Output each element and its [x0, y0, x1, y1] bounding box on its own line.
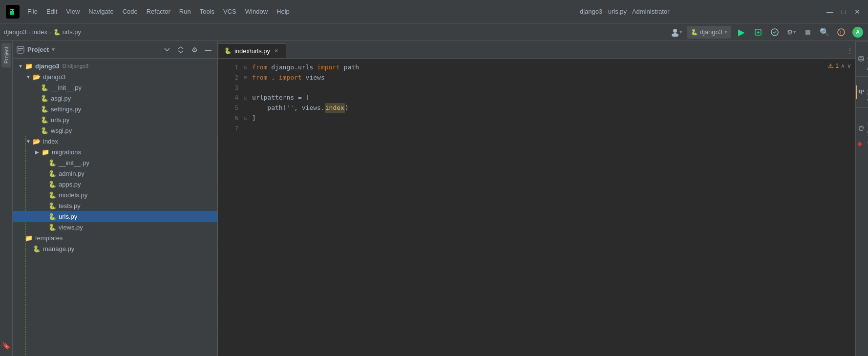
warning-indicator[interactable]: ⚠ 1 ∧ ∨	[828, 63, 851, 69]
tab-label: index\urls.py	[234, 47, 270, 55]
tree-label: migrations	[52, 148, 81, 156]
menu-window[interactable]: Window	[241, 6, 272, 17]
sidebar-bookmark[interactable]: 🔖	[0, 339, 13, 352]
tree-item-wsgi[interactable]: 🐍 wsgi.py	[13, 125, 217, 136]
fold-icon[interactable]: ⊟	[244, 63, 250, 71]
menu-tools[interactable]: Tools	[196, 6, 218, 17]
py-file-icon: 🐍	[40, 83, 49, 92]
run-button[interactable]: ▶	[735, 26, 748, 39]
menu-vcs[interactable]: VCS	[219, 6, 240, 17]
search-button[interactable]: 🔍	[818, 26, 831, 39]
line-num-7: 7	[220, 124, 238, 134]
code-area[interactable]: ⊟ from django.urls import path ⊟ from . …	[242, 59, 855, 356]
py-file-icon: 🐍	[40, 105, 49, 113]
debug-button[interactable]	[752, 26, 764, 39]
settings-button[interactable]: ⚙	[189, 44, 200, 55]
tree-item-urls-outer[interactable]: 🐍 urls.py	[13, 114, 217, 125]
code-line-3: ⊟	[244, 83, 853, 93]
menu-edit[interactable]: Edit	[42, 6, 61, 17]
tree-label: __init__.py	[51, 84, 82, 91]
tree-item-tests[interactable]: 🐍 tests.py	[13, 200, 217, 211]
warning-count: 1	[835, 63, 839, 69]
expand-arrow[interactable]: ▶	[33, 148, 41, 156]
tree-item-templates[interactable]: 📁 templates	[13, 232, 217, 243]
warning-down-arrow[interactable]: ∨	[847, 63, 851, 69]
tree-label: asgi.py	[51, 95, 71, 102]
avatar-button[interactable]: A	[851, 26, 864, 39]
tree-item-init-index[interactable]: 🐍 __init__.py	[13, 157, 217, 168]
editor-content: 1 2 3 4 5 6 7 ⊟ from django.urls import …	[218, 59, 855, 356]
window-title: django3 - urls.py - Administrator	[424, 8, 826, 15]
menu-file[interactable]: File	[23, 6, 42, 17]
project-tab[interactable]: Project	[1, 43, 11, 67]
menu-help[interactable]: Help	[273, 6, 294, 17]
notifications-tab[interactable]: Notifications	[856, 107, 868, 149]
expand-arrow[interactable]: ▼	[24, 73, 32, 81]
tree-item-admin[interactable]: 🐍 admin.py	[13, 168, 217, 179]
file-tree: ▼ 📁 django3 D:\django3 ▼ 📂 django3 🐍 __i…	[13, 59, 217, 356]
toolbar-right: ▾ 🐍 django3 ▾ ▶ ⚙ ▾ 🔍 ↑	[670, 26, 864, 39]
folder-icon: 📁	[24, 233, 33, 242]
code-line-6: ⊟ ]	[244, 113, 853, 124]
tab-menu-button[interactable]: ⋮	[845, 43, 855, 58]
expand-arrow[interactable]: ▼	[17, 62, 24, 70]
menu-view[interactable]: View	[62, 6, 84, 17]
run-options-button[interactable]: ⚙ ▾	[785, 26, 798, 39]
line-num-3: 3	[220, 83, 238, 93]
tree-item-manage[interactable]: 🐍 manage.py	[13, 243, 217, 254]
fold-icon[interactable]: ⊟	[244, 74, 250, 82]
editor-tab-urls[interactable]: 🐍 index\urls.py ✕	[218, 43, 286, 58]
close-button[interactable]: ✕	[852, 7, 862, 17]
database-tab[interactable]: Database	[856, 41, 868, 76]
svg-rect-11	[18, 50, 21, 51]
expand-arrow[interactable]: ▼	[24, 137, 32, 145]
breadcrumb-django3[interactable]: django3	[4, 28, 26, 36]
breadcrumb-file: 🐍 urls.py	[53, 28, 81, 36]
tree-item-django3-inner[interactable]: ▼ 📂 django3	[13, 71, 217, 82]
warning-up-arrow[interactable]: ∧	[841, 63, 845, 69]
tree-label: templates	[35, 234, 63, 242]
tree-item-index[interactable]: ▼ 📂 index	[13, 136, 217, 147]
fold-icon[interactable]: ⊟	[244, 94, 250, 102]
tree-item-django3-root[interactable]: ▼ 📁 django3 D:\django3	[13, 61, 217, 71]
stop-button[interactable]	[802, 26, 814, 39]
breadcrumb-index[interactable]: index	[32, 28, 47, 36]
hide-panel-button[interactable]: —	[203, 44, 213, 55]
run-config-name: django3	[700, 28, 722, 36]
svg-rect-14	[861, 90, 862, 94]
menu-code[interactable]: Code	[119, 6, 142, 17]
tree-item-views[interactable]: 🐍 views.py	[13, 222, 217, 232]
menu-navigate[interactable]: Navigate	[85, 6, 117, 17]
expand-all-button[interactable]	[175, 44, 186, 55]
fold-icon[interactable]: ⊟	[244, 114, 250, 122]
sciview-tab[interactable]: SciView	[856, 76, 868, 107]
run-config[interactable]: 🐍 django3 ▾	[687, 26, 731, 39]
tree-label: settings.py	[51, 105, 81, 113]
tree-item-init-outer[interactable]: 🐍 __init__.py	[13, 82, 217, 93]
tree-item-migrations[interactable]: ▶ 📁 migrations	[13, 147, 217, 157]
tree-item-urls-inner[interactable]: 🐍 urls.py	[13, 211, 217, 222]
svg-rect-13	[863, 90, 864, 92]
tree-item-settings[interactable]: 🐍 settings.py	[13, 104, 217, 114]
tree-item-models[interactable]: 🐍 models.py	[13, 189, 217, 200]
user-button[interactable]: ▾	[670, 26, 683, 39]
svg-point-2	[673, 29, 677, 33]
breadcrumb-sep-1: ›	[28, 29, 30, 35]
maximize-button[interactable]: □	[839, 7, 848, 17]
py-file-icon: 🐍	[48, 223, 57, 231]
breadcrumb-sep-2: ›	[49, 29, 51, 35]
tree-item-apps[interactable]: 🐍 apps.py	[13, 179, 217, 189]
coverage-button[interactable]	[768, 26, 781, 39]
collapse-all-button[interactable]	[162, 44, 172, 55]
code-line-5: ⊟ path( '' , views. index )	[244, 103, 853, 113]
tab-close-button[interactable]: ✕	[273, 47, 280, 54]
menu-run[interactable]: Run	[175, 6, 195, 17]
minimize-button[interactable]: —	[825, 7, 835, 17]
menu-refactor[interactable]: Refactor	[143, 6, 174, 17]
update-button[interactable]: ↑	[835, 26, 847, 39]
py-file-icon: 🐍	[48, 180, 57, 188]
tree-item-asgi[interactable]: 🐍 asgi.py	[13, 93, 217, 104]
breadcrumb-urls[interactable]: urls.py	[63, 28, 81, 36]
tree-label: manage.py	[43, 245, 74, 252]
tree-label: django3	[35, 63, 60, 70]
